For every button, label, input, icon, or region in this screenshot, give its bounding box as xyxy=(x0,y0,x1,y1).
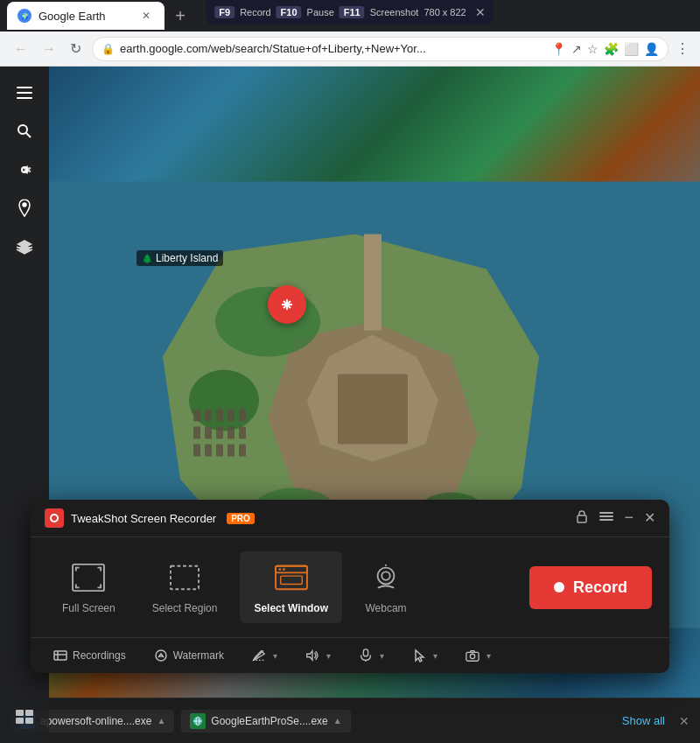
select-window-label: Select Window xyxy=(254,602,328,614)
annotations-button[interactable]: ▾ xyxy=(247,645,283,666)
ge-location-icon[interactable] xyxy=(9,193,40,224)
svg-line-6 xyxy=(26,133,31,137)
annotations-dropdown-icon: ▾ xyxy=(273,651,277,661)
tab-close-button[interactable]: ✕ xyxy=(138,8,154,24)
pause-label: Pause xyxy=(307,7,334,18)
omnibox[interactable]: 🔒 earth.google.com/web/search/Statue+of+… xyxy=(92,37,668,61)
audio-button[interactable]: ▾ xyxy=(300,645,336,666)
svg-rect-3 xyxy=(17,92,32,94)
location-icon[interactable]: 📍 xyxy=(551,42,566,56)
svg-rect-26 xyxy=(239,410,246,422)
select-window-icon xyxy=(270,560,312,595)
svg-point-55 xyxy=(382,571,389,579)
recorder-header: TweakShot Screen Recorder PRO xyxy=(31,500,669,537)
svg-rect-48 xyxy=(171,566,199,589)
omnibox-bar: ← → ↻ 🔒 earth.google.com/web/search/Stat… xyxy=(0,32,700,67)
full-screen-icon xyxy=(67,560,109,595)
microphone-dropdown-icon: ▾ xyxy=(380,651,384,661)
recordings-button[interactable]: Recordings xyxy=(48,645,131,666)
record-button-label: Record xyxy=(573,578,627,597)
select-region-label: Select Region xyxy=(152,602,218,614)
screenshot-label: Screenshot xyxy=(370,7,419,18)
f9-key[interactable]: F9 xyxy=(214,6,234,18)
svg-rect-32 xyxy=(193,445,200,457)
svg-point-42 xyxy=(52,515,57,521)
ge-settings-icon[interactable] xyxy=(9,154,40,186)
apowersoft-label: apowersoft-online....exe xyxy=(40,715,151,727)
svg-point-51 xyxy=(278,568,281,571)
svg-rect-10 xyxy=(16,718,24,724)
select-region-mode[interactable]: Select Region xyxy=(138,551,232,623)
svg-rect-30 xyxy=(228,427,234,439)
webcam-mode[interactable]: Webcam xyxy=(351,551,421,623)
audio-dropdown-icon: ▾ xyxy=(326,651,331,661)
cursor-button[interactable]: ▾ xyxy=(407,645,443,666)
svg-rect-27 xyxy=(193,427,200,439)
webcam-icon xyxy=(365,560,407,595)
svg-point-54 xyxy=(378,568,395,585)
extension-icon[interactable]: 🧩 xyxy=(604,42,619,56)
capture-modes: Full Screen Select Region xyxy=(48,551,512,623)
minimize-recorder-button[interactable]: − xyxy=(624,509,634,527)
f11-key[interactable]: F11 xyxy=(340,6,365,18)
svg-rect-24 xyxy=(216,410,223,422)
ge-layers-icon[interactable] xyxy=(9,231,40,263)
svg-rect-9 xyxy=(25,710,33,716)
microphone-button[interactable]: ▾ xyxy=(354,645,389,666)
svg-rect-22 xyxy=(193,410,200,422)
full-screen-mode[interactable]: Full Screen xyxy=(48,551,130,623)
svg-rect-25 xyxy=(228,410,234,422)
recording-toolbar-close[interactable]: ✕ xyxy=(475,5,486,19)
ge-search-icon[interactable] xyxy=(9,116,40,147)
select-window-mode[interactable]: Select Window xyxy=(240,551,342,623)
f10-key[interactable]: F10 xyxy=(276,6,302,18)
menu-recorder-icon[interactable] xyxy=(599,509,613,527)
share-icon[interactable]: ↗ xyxy=(571,42,582,56)
lock-recorder-icon[interactable] xyxy=(575,509,589,527)
googleearth-chevron-icon: ▲ xyxy=(333,716,342,725)
record-button[interactable]: Record xyxy=(529,566,652,609)
active-tab[interactable]: 🌍 Google Earth ✕ xyxy=(7,2,164,30)
svg-rect-23 xyxy=(205,410,212,422)
svg-rect-2 xyxy=(17,87,32,88)
statue-marker[interactable] xyxy=(268,285,306,324)
taskbar-item-googleearth[interactable]: GoogleEarthProSe....exe ▲ xyxy=(181,710,350,732)
svg-point-67 xyxy=(470,654,474,658)
browser-actions: ⋮ xyxy=(676,40,690,57)
recorder-logo xyxy=(45,508,64,528)
tab-favicon: 🌍 xyxy=(18,9,32,23)
profile-icon[interactable]: 👤 xyxy=(644,42,659,56)
record-label: Record xyxy=(240,7,270,18)
camera-dropdown-icon: ▾ xyxy=(486,651,491,661)
menu-button[interactable]: ⋮ xyxy=(676,40,690,57)
pip-icon[interactable]: ⬜ xyxy=(624,42,639,56)
ge-bottom-icon[interactable] xyxy=(9,701,40,732)
svg-text:🌍: 🌍 xyxy=(21,12,29,20)
svg-rect-4 xyxy=(17,97,32,99)
svg-rect-57 xyxy=(54,651,66,660)
svg-rect-46 xyxy=(599,519,613,521)
bookmark-icon[interactable]: ☆ xyxy=(587,42,598,56)
recordings-label: Recordings xyxy=(73,649,126,662)
reload-button[interactable]: ↻ xyxy=(66,37,85,60)
svg-point-19 xyxy=(189,370,259,431)
svg-rect-35 xyxy=(228,445,234,457)
camera-button[interactable]: ▾ xyxy=(460,645,496,666)
taskbar-close-button[interactable]: ✕ xyxy=(679,714,690,728)
close-recorder-button[interactable]: ✕ xyxy=(644,509,655,527)
svg-rect-53 xyxy=(280,576,302,584)
watermark-button[interactable]: Watermark xyxy=(149,645,229,666)
lock-icon: 🔒 xyxy=(102,43,115,55)
apowersoft-chevron-icon: ▲ xyxy=(157,716,165,725)
svg-point-5 xyxy=(18,125,27,134)
record-dot-icon xyxy=(554,582,564,592)
show-all-button[interactable]: Show all xyxy=(615,711,672,731)
recording-toolbar: F9 Record F10 Pause F11 Screenshot 780 x… xyxy=(206,0,494,25)
new-tab-button[interactable]: + xyxy=(168,4,192,28)
svg-rect-44 xyxy=(599,512,613,514)
forward-button[interactable]: → xyxy=(38,38,60,60)
back-button[interactable]: ← xyxy=(10,38,32,60)
dimensions-label: 780 x 822 xyxy=(424,7,466,18)
webcam-label: Webcam xyxy=(365,602,406,614)
ge-menu-icon[interactable] xyxy=(9,77,40,109)
